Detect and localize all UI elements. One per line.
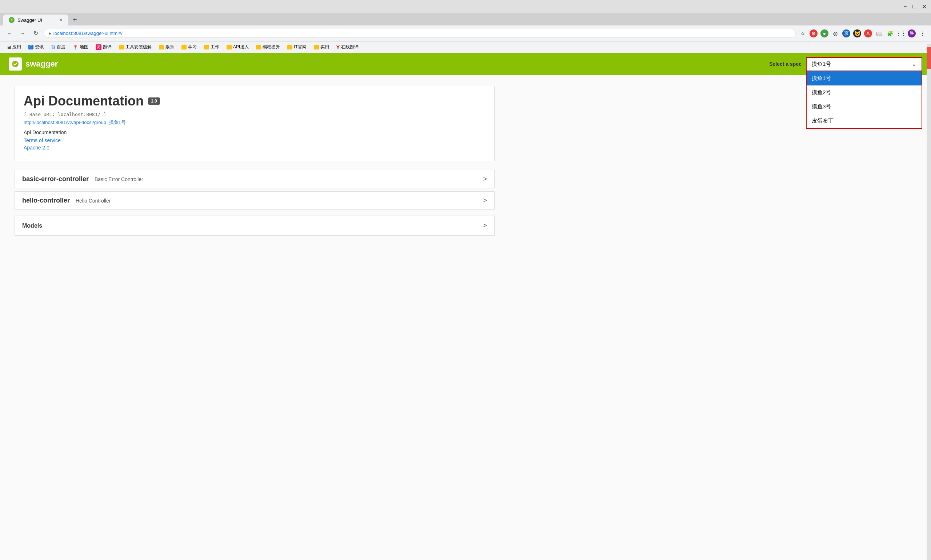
- bookmark-apps[interactable]: ⊞ 应用: [5, 43, 24, 51]
- controller-expand-icon-basic-error: >: [483, 175, 487, 183]
- extensions-icon[interactable]: 🧩: [886, 29, 894, 37]
- tab-title: Swagger UI: [17, 17, 42, 23]
- address-bar: ← → ↻ ● localhost:8081/swagger-ui.html#/…: [0, 25, 931, 42]
- url-text: localhost:8081/swagger-ui.html#/: [54, 31, 123, 36]
- controller-header-basic-error[interactable]: basic-error-controller Basic Error Contr…: [15, 170, 494, 188]
- bookmark-baidu[interactable]: 百 百度: [48, 43, 68, 51]
- bookmark-otranslate-label: 在线翻译: [341, 44, 359, 50]
- maximize-button[interactable]: □: [913, 3, 916, 10]
- models-label: Models: [22, 223, 42, 229]
- swagger-logo-text: swagger: [25, 59, 58, 69]
- spec-option-3[interactable]: 摸鱼3号: [806, 100, 922, 114]
- icon-8: ⋮⋮: [897, 29, 905, 37]
- selected-spec-text: 摸鱼1号: [812, 61, 831, 68]
- translate-icon: 词: [95, 45, 102, 50]
- swagger-logo: swagger: [9, 57, 58, 71]
- bookmark-star-icon[interactable]: ☆: [799, 29, 806, 37]
- spec-select-wrapper: 摸鱼1号 ⌄ 摸鱼1号 摸鱼2号 摸鱼3号 皮蛋布丁: [806, 57, 922, 71]
- content-area: Api Documentation 1.0 [ Base URL: localh…: [0, 75, 509, 246]
- bookmark-useful-label: 实用: [320, 44, 329, 50]
- swagger-logo-icon: [9, 57, 22, 71]
- swagger-header: swagger Select a spec 摸鱼1号 ⌄ 摸鱼1号 摸鱼2号 摸…: [0, 53, 931, 75]
- license-link[interactable]: Apache 2.0: [24, 145, 486, 151]
- bookmark-tools-label: 工具安装破解: [125, 44, 152, 50]
- title-bar: − □ ✕: [0, 0, 931, 13]
- svg-text:S: S: [11, 19, 13, 22]
- spec-option-1[interactable]: 摸鱼1号: [806, 71, 922, 85]
- bookmark-it-label: IT官网: [294, 44, 306, 50]
- bookmark-api[interactable]: API接入: [224, 43, 252, 51]
- apps-icon: ⊞: [7, 45, 11, 50]
- icon-4: 京: [842, 29, 850, 37]
- icon-3: ◎: [831, 29, 839, 37]
- window-controls: − □ ✕: [903, 3, 926, 10]
- bookmark-it[interactable]: IT官网: [285, 43, 309, 51]
- bookmark-apps-label: 应用: [12, 44, 21, 50]
- controller-section-hello: hello-controller Hello Controller >: [15, 191, 495, 210]
- refresh-button[interactable]: ↻: [31, 28, 41, 38]
- bookmark-work[interactable]: 工作: [201, 43, 222, 51]
- api-base-url: [ Base URL: localhost:8081/ ]: [24, 112, 486, 117]
- spec-dropdown: 摸鱼1号 摸鱼2号 摸鱼3号 皮蛋布丁: [806, 71, 922, 129]
- bookmark-map-label: 地图: [80, 44, 88, 50]
- map-icon: 📍: [73, 45, 78, 50]
- models-expand-icon: >: [483, 222, 487, 229]
- back-button[interactable]: ←: [5, 28, 15, 38]
- controller-name-basic-error: basic-error-controller: [22, 175, 89, 183]
- icon-1: ⊕: [809, 29, 817, 37]
- folder-icon-4: [204, 45, 209, 49]
- bookmark-ent-label: 娱乐: [165, 44, 174, 50]
- spec-option-2[interactable]: 摸鱼2号: [806, 85, 922, 100]
- folder-icon-8: [314, 45, 319, 49]
- bookmark-news[interactable]: G 资讯: [25, 43, 46, 51]
- api-docs-link[interactable]: http://localhost:8081/v2/api-docs?group=…: [24, 119, 486, 126]
- dropdown-chevron-icon: ⌄: [912, 61, 916, 67]
- scrollbar-thumb[interactable]: [926, 47, 931, 69]
- icon-5: 🐱: [853, 29, 861, 37]
- controller-expand-icon-hello: >: [483, 197, 487, 205]
- profile-avatar[interactable]: 琳: [908, 29, 916, 37]
- models-header[interactable]: Models >: [15, 216, 494, 235]
- menu-button[interactable]: ⋮: [919, 29, 926, 37]
- swagger-page: swagger Select a spec 摸鱼1号 ⌄ 摸鱼1号 摸鱼2号 摸…: [0, 53, 931, 560]
- bookmark-study[interactable]: 学习: [179, 43, 200, 51]
- bookmark-entertainment[interactable]: 娱乐: [156, 43, 177, 51]
- url-input[interactable]: ● localhost:8081/swagger-ui.html#/: [44, 29, 796, 38]
- spec-option-4[interactable]: 皮蛋布丁: [806, 114, 922, 128]
- icon-7: 📖: [875, 29, 883, 37]
- new-tab-button[interactable]: +: [70, 14, 80, 25]
- baidu-icon: 百: [51, 44, 55, 50]
- terms-of-service-link[interactable]: Terms of service: [24, 137, 486, 143]
- bookmark-tools[interactable]: 工具安装破解: [116, 43, 155, 51]
- bookmark-work-label: 工作: [211, 44, 219, 50]
- controller-section-basic-error: basic-error-controller Basic Error Contr…: [15, 170, 495, 188]
- news-icon: G: [28, 45, 34, 49]
- folder-icon-2: [159, 45, 164, 49]
- controller-header-hello[interactable]: hello-controller Hello Controller >: [15, 192, 494, 209]
- minimize-button[interactable]: −: [903, 3, 906, 10]
- spec-selector: Select a spec 摸鱼1号 ⌄ 摸鱼1号 摸鱼2号 摸鱼3号 皮蛋布丁: [769, 57, 922, 71]
- spec-select-button[interactable]: 摸鱼1号 ⌄: [806, 57, 922, 71]
- api-title-row: Api Documentation 1.0: [24, 94, 486, 109]
- bookmark-api-label: API接入: [233, 44, 249, 50]
- bookmark-online-translate[interactable]: Y 在线翻译: [334, 43, 362, 51]
- bookmark-prog-label: 编程提升: [263, 44, 280, 50]
- forward-button[interactable]: →: [17, 28, 28, 38]
- tab-bar: S Swagger UI × +: [0, 13, 931, 25]
- api-description: Api Documentation: [24, 129, 486, 135]
- bookmark-programming[interactable]: 编程提升: [253, 43, 283, 51]
- folder-icon-3: [182, 45, 186, 49]
- close-button[interactable]: ✕: [922, 3, 926, 10]
- browser-toolbar-icons: ☆ ⊕ ● ◎ 京 🐱 A 📖 🧩 ⋮⋮ 琳 ⋮: [799, 29, 926, 37]
- tab-favicon: S: [9, 17, 15, 23]
- tab-close-button[interactable]: ×: [59, 17, 63, 23]
- bookmark-useful[interactable]: 实用: [311, 43, 332, 51]
- bookmark-map[interactable]: 📍 地图: [70, 43, 91, 51]
- active-tab[interactable]: S Swagger UI ×: [3, 15, 68, 25]
- controller-title-hello: hello-controller Hello Controller: [22, 197, 111, 205]
- bookmark-translate[interactable]: 词 翻译: [93, 43, 115, 51]
- scrollbar[interactable]: [926, 44, 931, 560]
- controller-desc-basic-error: Basic Error Controller: [95, 176, 143, 182]
- controller-desc-hello: Hello Controller: [75, 198, 111, 204]
- bookmark-study-label: 学习: [188, 44, 197, 50]
